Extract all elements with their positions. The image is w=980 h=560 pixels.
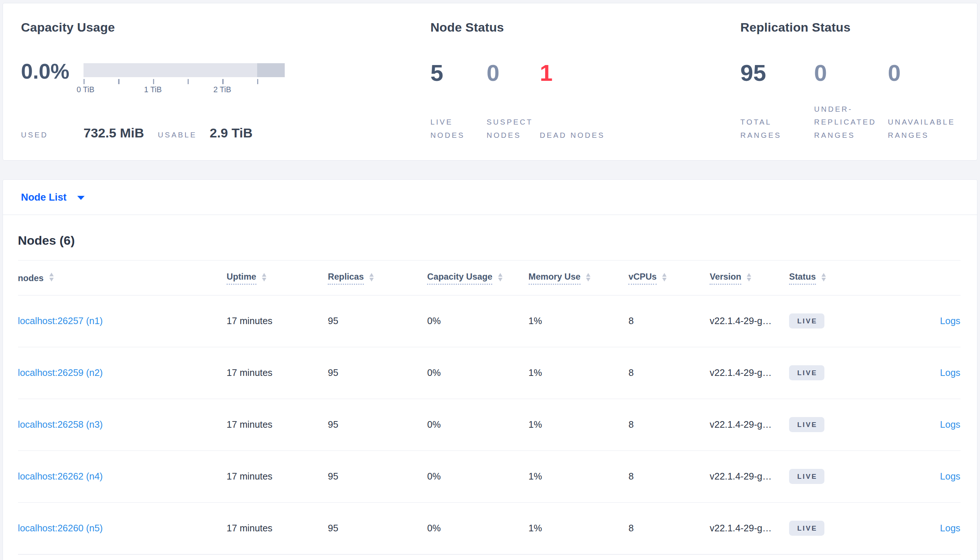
column-header-replicas[interactable]: Replicas (328, 260, 427, 295)
version-cell: v22.1.4-29-g… (710, 450, 789, 502)
node-link[interactable]: localhost:26260 (n5) (18, 523, 103, 533)
table-row: localhost:26258 (n3) 17 minutes 95 0% 1%… (18, 399, 960, 450)
live-nodes-stat: 5 LIVE NODES (430, 61, 487, 142)
column-header-memory-use[interactable]: Memory Use (528, 260, 629, 295)
version-cell: v22.1.4-29-g… (710, 502, 789, 554)
usable-value: 2.9 TiB (210, 126, 253, 141)
logs-link[interactable]: Logs (940, 367, 960, 378)
chevron-down-icon (77, 196, 85, 200)
under-replicated-ranges-stat: 0 UNDER-REPLICATED RANGES (814, 61, 888, 142)
nodes-section-title: Nodes (6) (18, 233, 962, 248)
live-nodes-label: LIVE NODES (430, 116, 487, 142)
status-cell: LIVE (789, 347, 920, 399)
sort-icon (49, 273, 54, 281)
node-link[interactable]: localhost:26258 (n3) (18, 419, 103, 430)
node-link[interactable]: localhost:26262 (n4) (18, 471, 103, 482)
capacity-usage-title: Capacity Usage (21, 20, 415, 35)
replicas-cell: 95 (328, 399, 427, 450)
capacity-bar-other-segment (257, 63, 285, 77)
used-value: 732.5 MiB (84, 126, 158, 141)
table-row: localhost:26260 (n5) 17 minutes 95 0% 1%… (18, 502, 960, 554)
total-ranges-count: 95 (741, 61, 814, 85)
table-header-row: nodes Uptime Replicas Capacity Usage Mem (18, 260, 960, 295)
capacity-bar-track (84, 63, 285, 77)
cluster-summary-card: Capacity Usage 0.0% 0 TiB 1 TiB 2 TiB (3, 3, 977, 160)
column-header-uptime[interactable]: Uptime (227, 260, 328, 295)
memory-use-cell: 1% (528, 502, 629, 554)
suspect-nodes-label: SUSPECT NODES (487, 116, 540, 142)
replication-status-section: Replication Status 95 TOTAL RANGES 0 UND… (741, 20, 975, 142)
logs-link[interactable]: Logs (940, 523, 960, 533)
uptime-cell: 17 minutes (227, 295, 328, 347)
sort-icon (821, 273, 826, 282)
logs-link[interactable]: Logs (940, 419, 960, 430)
column-header-nodes[interactable]: nodes (18, 260, 227, 295)
sort-icon (262, 273, 266, 282)
node-status-section: Node Status 5 LIVE NODES 0 SUSPECT NODES… (430, 20, 721, 142)
replicas-cell: 95 (328, 502, 427, 554)
vcpus-cell: 8 (628, 347, 710, 399)
capacity-usage-cell: 0% (427, 450, 528, 502)
version-cell: v22.1.4-29-g… (710, 399, 789, 450)
status-badge: LIVE (789, 313, 824, 328)
column-header-version[interactable]: Version (710, 260, 789, 295)
total-ranges-label: TOTAL RANGES (741, 116, 814, 142)
replicas-cell: 95 (328, 347, 427, 399)
uptime-cell: 17 minutes (227, 502, 328, 554)
replicas-cell: 95 (328, 295, 427, 347)
used-label: USED (21, 131, 84, 139)
capacity-usage-bar: 0 TiB 1 TiB 2 TiB (84, 63, 285, 95)
vcpus-cell: 8 (628, 399, 710, 450)
column-header-vcpus[interactable]: vCPUs (628, 260, 710, 295)
node-list-dropdown[interactable]: Node List (3, 180, 977, 215)
table-row: localhost:26262 (n4) 17 minutes 95 0% 1%… (18, 450, 960, 502)
column-header-capacity-usage[interactable]: Capacity Usage (427, 260, 528, 295)
status-cell: LIVE (789, 399, 920, 450)
vcpus-cell: 8 (628, 450, 710, 502)
unavailable-ranges-stat: 0 UNAVAILABLE RANGES (888, 61, 966, 142)
logs-link[interactable]: Logs (940, 471, 960, 482)
unavailable-ranges-count: 0 (888, 61, 966, 85)
tick-label: 2 TiB (213, 85, 231, 94)
sort-icon (586, 273, 590, 282)
memory-use-cell: 1% (528, 347, 629, 399)
node-list-dropdown-label: Node List (21, 192, 67, 203)
status-badge: LIVE (789, 521, 824, 536)
capacity-usage-section: Capacity Usage 0.0% 0 TiB 1 TiB 2 TiB (21, 20, 415, 141)
status-badge: LIVE (789, 417, 824, 432)
capacity-usage-cell: 0% (427, 347, 528, 399)
capacity-usage-cell: 0% (427, 399, 528, 450)
status-cell: LIVE (789, 450, 920, 502)
sort-icon (662, 273, 667, 282)
tick-label: 1 TiB (144, 85, 162, 94)
version-cell: v22.1.4-29-g… (710, 295, 789, 347)
node-link[interactable]: localhost:26257 (n1) (18, 316, 103, 326)
capacity-usage-cell: 0% (427, 502, 528, 554)
sort-icon (747, 273, 751, 282)
under-replicated-ranges-count: 0 (814, 61, 888, 85)
node-status-title: Node Status (430, 20, 721, 35)
replicas-cell: 95 (328, 450, 427, 502)
node-list-panel: Node List Nodes (6) nodes Upti (3, 179, 977, 560)
vcpus-cell: 8 (628, 502, 710, 554)
memory-use-cell: 1% (528, 295, 629, 347)
logs-link[interactable]: Logs (940, 316, 960, 326)
cluster-overview-page: Capacity Usage 0.0% 0 TiB 1 TiB 2 TiB (0, 0, 980, 560)
memory-use-cell: 1% (528, 399, 629, 450)
replication-status-title: Replication Status (741, 20, 975, 35)
uptime-cell: 17 minutes (227, 399, 328, 450)
table-row: localhost:26259 (n2) 17 minutes 95 0% 1%… (18, 347, 960, 399)
version-cell: v22.1.4-29-g… (710, 347, 789, 399)
nodes-table: nodes Uptime Replicas Capacity Usage Mem (18, 260, 960, 555)
node-link[interactable]: localhost:26259 (n2) (18, 367, 103, 378)
capacity-usage-cell: 0% (427, 295, 528, 347)
memory-use-cell: 1% (528, 450, 629, 502)
unavailable-ranges-label: UNAVAILABLE RANGES (888, 116, 966, 142)
suspect-nodes-stat: 0 SUSPECT NODES (487, 61, 540, 142)
status-badge: LIVE (789, 365, 824, 380)
status-cell: LIVE (789, 295, 920, 347)
column-header-status[interactable]: Status (789, 260, 920, 295)
table-row: localhost:26257 (n1) 17 minutes 95 0% 1%… (18, 295, 960, 347)
sort-icon (370, 273, 374, 282)
capacity-bar-ticks (84, 78, 285, 84)
